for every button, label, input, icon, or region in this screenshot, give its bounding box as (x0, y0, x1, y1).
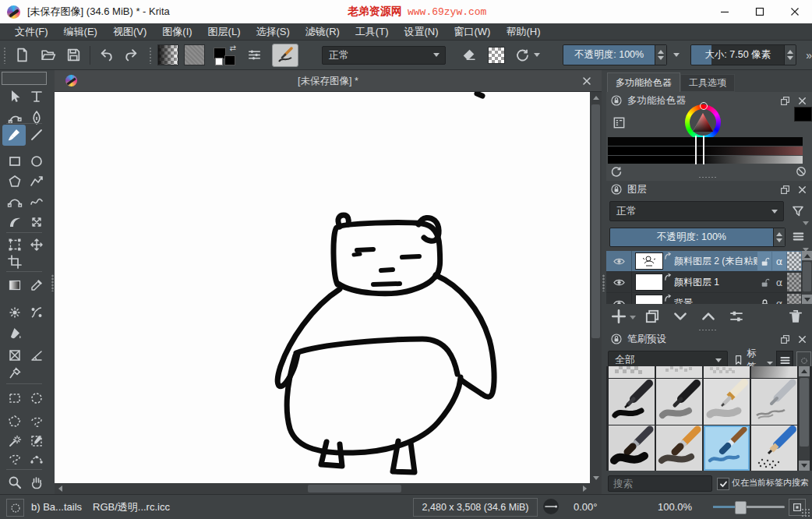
save-button[interactable] (63, 45, 83, 65)
lock-docker-icon[interactable] (610, 183, 623, 196)
tool-crop[interactable] (5, 253, 24, 270)
layer-visibility-toggle[interactable] (606, 251, 632, 271)
scroll-up-arrow[interactable] (802, 251, 812, 260)
brush-size-spinner[interactable] (784, 45, 796, 65)
brush-preset-thumbnail[interactable] (656, 379, 702, 425)
tool-measure[interactable] (27, 347, 46, 364)
background-color-swatch[interactable] (224, 55, 235, 65)
menu-window[interactable]: 窗口(W) (447, 23, 498, 41)
refresh-colors-icon[interactable] (609, 165, 623, 179)
menu-select[interactable]: 选择(S) (249, 23, 296, 41)
menu-image[interactable]: 图像(I) (155, 23, 199, 41)
chevron-down-icon[interactable] (630, 316, 636, 320)
chevron-down-icon[interactable] (803, 221, 809, 225)
float-docker-icon[interactable] (778, 182, 792, 196)
scroll-thumb[interactable] (803, 262, 811, 291)
tool-multibrush[interactable] (27, 214, 46, 231)
toolbox-drag-handle[interactable] (2, 72, 47, 85)
tool-bezier-curve[interactable] (5, 193, 24, 210)
tool-magnetic-selection[interactable] (27, 450, 46, 468)
opacity-spinner[interactable] (655, 45, 666, 65)
layer-lock-icon[interactable] (757, 252, 771, 270)
brush-preset-thumbnail[interactable] (751, 366, 797, 378)
close-docker-icon[interactable] (795, 94, 809, 108)
color-selector-settings-button[interactable] (610, 114, 627, 131)
brush-preset-thumbnail[interactable] (704, 366, 750, 378)
tool-text[interactable] (27, 88, 46, 105)
toolbar-grip[interactable] (3, 47, 7, 64)
tool-similar-color-selection[interactable] (5, 432, 24, 450)
gradient-chooser-button[interactable] (157, 44, 178, 65)
tool-elliptical-selection[interactable] (27, 390, 46, 407)
layer-filter-button[interactable] (789, 202, 807, 221)
layer-row[interactable]: 颜料图层 1 α (606, 272, 802, 292)
tool-transform-pointer[interactable] (5, 88, 24, 105)
tool-rectangle[interactable] (5, 153, 24, 170)
canvas[interactable] (55, 92, 590, 483)
new-document-button[interactable] (12, 45, 32, 65)
tool-polyline[interactable] (27, 173, 46, 190)
opacity-slider[interactable]: 不透明度: 100% (563, 44, 667, 65)
horizontal-scroll-thumb[interactable] (308, 485, 401, 493)
scroll-thumb[interactable] (800, 378, 809, 447)
tool-smart-patch[interactable] (27, 304, 46, 321)
brush-preset-thumbnail[interactable] (656, 366, 702, 378)
document-close-button[interactable] (580, 74, 594, 88)
canvas-rotation-dial[interactable] (542, 498, 560, 517)
lock-docker-icon[interactable] (610, 94, 623, 107)
brush-preset-thumbnail[interactable] (751, 379, 797, 425)
layer-alpha-lock-icon[interactable]: α (772, 273, 786, 291)
layer-visibility-toggle[interactable] (606, 293, 632, 304)
brush-size-slider[interactable]: 大小: 7.50 像素 (690, 44, 796, 65)
tool-freehand-selection[interactable] (27, 413, 46, 430)
color-shade-bar[interactable] (608, 137, 803, 146)
menu-tools[interactable]: 工具(T) (348, 23, 396, 41)
saturation-value-triangle[interactable] (692, 112, 714, 132)
open-document-button[interactable] (37, 45, 58, 65)
layer-alpha-lock-icon[interactable]: α (772, 252, 786, 270)
menu-filter[interactable]: 滤镜(R) (298, 23, 347, 41)
pattern-chooser-button[interactable] (184, 44, 205, 65)
layer-inherit-alpha-icon[interactable] (787, 294, 801, 304)
layer-lock-icon[interactable] (757, 294, 771, 304)
layer-thumbnail[interactable] (635, 274, 663, 291)
move-layer-up-button[interactable] (700, 308, 717, 325)
current-brush-name[interactable]: b) Ba...tails (31, 495, 82, 519)
blending-mode-dropdown[interactable]: 正常 (322, 46, 446, 65)
tab-tool-options[interactable]: 工具选项 (680, 74, 735, 92)
menu-file[interactable]: 文件(F) (8, 23, 55, 41)
close-docker-icon[interactable] (795, 332, 809, 346)
tool-pan[interactable] (27, 474, 46, 491)
zoom-slider-thumb[interactable] (735, 501, 747, 514)
maximize-button[interactable] (742, 1, 777, 23)
layer-lock-icon[interactable] (757, 273, 771, 291)
layer-properties-button[interactable] (728, 308, 745, 325)
undo-button[interactable] (96, 45, 116, 65)
tool-color-sampler[interactable] (27, 277, 46, 294)
preset-grid-scrollbar[interactable] (799, 366, 810, 471)
document-titlebar[interactable]: [未保存图像] * (55, 70, 602, 92)
zoom-level-value[interactable]: 100.0% (658, 495, 692, 519)
color-shade-bar[interactable] (608, 147, 803, 155)
menu-settings[interactable]: 设置(N) (397, 23, 445, 41)
reload-preset-button[interactable] (512, 45, 532, 65)
color-profile-label[interactable]: RGB/透明...rc.icc (93, 495, 170, 519)
docker-resize-handle-dots[interactable] (698, 176, 717, 178)
layer-name[interactable]: 颜料图层 2 (来自粘贴) (674, 255, 757, 268)
layer-row-selected[interactable]: 颜料图层 2 (来自粘贴) α (606, 251, 802, 271)
selection-display-mode-button[interactable] (6, 499, 24, 517)
brush-preset-thumbnail[interactable] (704, 379, 750, 425)
brush-preset-thumbnail[interactable] (609, 425, 655, 471)
layer-row[interactable]: 背景 α (606, 293, 802, 304)
zoom-slider-track[interactable] (713, 506, 785, 508)
color-shade-bar[interactable] (608, 156, 803, 164)
scroll-down-arrow[interactable] (799, 461, 810, 471)
canvas-vertical-scrollbar[interactable] (590, 92, 602, 483)
tool-polygon[interactable] (5, 173, 24, 190)
layer-inherit-alpha-icon[interactable] (787, 273, 801, 291)
close-docker-icon[interactable] (795, 182, 809, 196)
minimize-button[interactable] (707, 1, 742, 23)
brush-preset-thumbnail[interactable] (609, 366, 655, 378)
foreground-background-color-button[interactable]: ⇄ (214, 45, 235, 65)
tool-freehand-brush[interactable] (5, 126, 23, 143)
